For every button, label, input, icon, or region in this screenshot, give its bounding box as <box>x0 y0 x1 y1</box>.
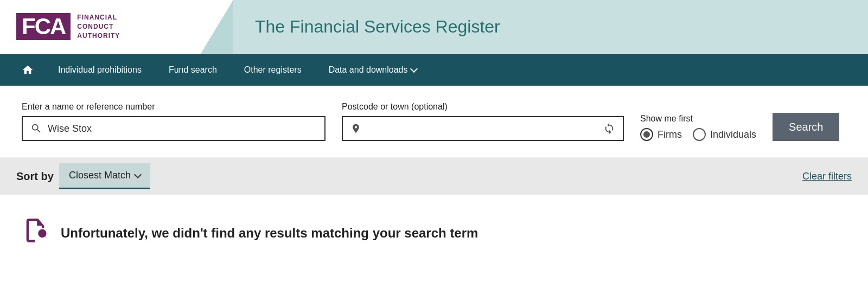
name-input-wrap <box>22 116 326 141</box>
show-me-section: Show me first Firms Individuals <box>640 114 756 141</box>
header: FCA FINANCIAL CONDUCT AUTHORITY The Fina… <box>0 0 868 54</box>
postcode-label: Postcode or town (optional) <box>342 102 624 112</box>
site-title: The Financial Services Register <box>255 17 500 37</box>
location-icon <box>350 123 361 134</box>
radio-individuals-outer <box>693 128 706 141</box>
search-icon <box>30 123 42 134</box>
logo-area: FCA FINANCIAL CONDUCT AUTHORITY <box>0 0 201 54</box>
clear-filters-link[interactable]: Clear filters <box>802 171 852 182</box>
nav-bar: Individual prohibitions Fund search Othe… <box>0 54 868 86</box>
chevron-down-icon <box>410 65 417 73</box>
no-results-text: Unfortunately, we didn't find any result… <box>61 226 478 241</box>
chevron-down-icon <box>134 170 142 178</box>
logo-box: FCA FINANCIAL CONDUCT AUTHORITY <box>16 13 120 40</box>
radio-individuals[interactable]: Individuals <box>693 128 756 141</box>
sort-bar: Sort by Closest Match Clear filters <box>0 158 868 195</box>
radio-firms[interactable]: Firms <box>640 128 682 141</box>
document-search-icon <box>22 216 50 245</box>
radio-individuals-label: Individuals <box>710 129 756 140</box>
nav-individual-prohibitions[interactable]: Individual prohibitions <box>44 54 155 86</box>
no-results-icon <box>22 216 50 250</box>
name-label: Enter a name or reference number <box>22 102 326 112</box>
sort-left: Sort by Closest Match <box>16 163 150 189</box>
show-me-label: Show me first <box>640 114 756 124</box>
no-results-section: Unfortunately, we didn't find any result… <box>0 195 868 272</box>
radio-firms-outer <box>640 128 653 141</box>
sort-label: Sort by <box>16 170 54 183</box>
radio-firms-label: Firms <box>658 129 682 140</box>
fca-logo: FCA <box>16 13 71 40</box>
sort-dropdown[interactable]: Closest Match <box>59 163 150 189</box>
radio-firms-inner <box>643 131 650 138</box>
nav-data-downloads[interactable]: Data and downloads <box>315 54 430 86</box>
name-field: Enter a name or reference number <box>22 102 326 141</box>
refresh-icon[interactable] <box>603 123 615 134</box>
nav-fund-search[interactable]: Fund search <box>155 54 231 86</box>
nav-home[interactable] <box>11 54 44 86</box>
radio-group: Firms Individuals <box>640 128 756 141</box>
search-input[interactable] <box>48 123 317 134</box>
postcode-input-wrap <box>342 116 624 141</box>
postcode-input[interactable] <box>367 123 598 134</box>
search-button[interactable]: Search <box>773 113 839 141</box>
nav-other-registers[interactable]: Other registers <box>231 54 315 86</box>
logo-text: FINANCIAL CONDUCT AUTHORITY <box>77 13 120 40</box>
postcode-field: Postcode or town (optional) <box>342 102 624 141</box>
header-divider <box>201 0 233 54</box>
header-title-area: The Financial Services Register <box>233 0 868 54</box>
search-section: Enter a name or reference number Postcod… <box>0 86 868 158</box>
sort-selected-value: Closest Match <box>69 170 131 181</box>
home-icon <box>22 64 34 76</box>
